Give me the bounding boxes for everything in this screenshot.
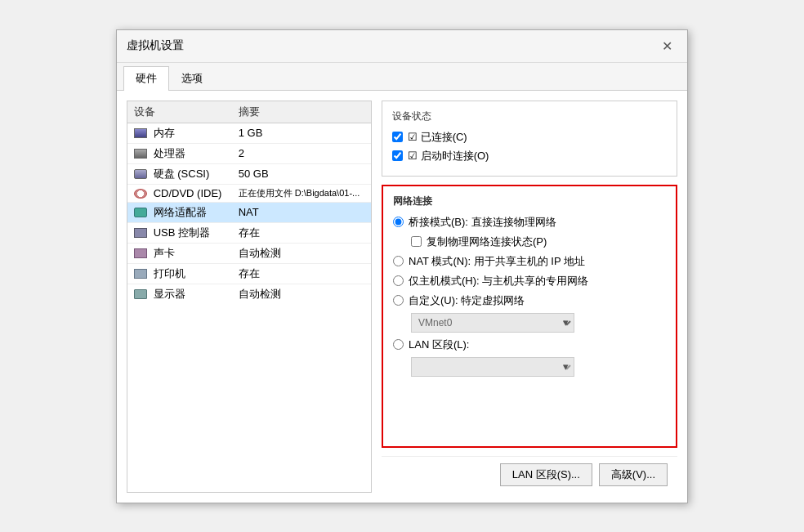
replicate-label: 复制物理网络连接状态(P) xyxy=(427,235,547,249)
device-status-label: 设备状态 xyxy=(392,110,667,123)
bridge-mode-row: 桥接模式(B): 直接连接物理网络 xyxy=(393,215,666,230)
title-bar: 虚拟机设置 ✕ xyxy=(117,30,687,63)
lan-select[interactable] xyxy=(411,357,574,377)
tab-options[interactable]: 选项 xyxy=(169,66,215,90)
device-summary: 正在使用文件 D:\Bigdata\01-... xyxy=(232,184,371,202)
startup-label: ☑ 启动时连接(O) xyxy=(408,149,489,163)
device-name: USB 控制器 xyxy=(154,226,210,239)
vmnet-select[interactable]: VMnet0 xyxy=(411,313,574,333)
device-summary: 存在 xyxy=(232,222,371,243)
table-row[interactable]: USB 控制器 存在 xyxy=(127,222,371,243)
custom-label: 自定义(U): 特定虚拟网络 xyxy=(409,293,525,308)
right-panel: 设备状态 ☑ 已连接(C) ☑ 启动时连接(O) 网络连接 xyxy=(382,101,677,493)
device-name: 硬盘 (SCSI) xyxy=(154,168,210,180)
table-row[interactable]: 打印机 存在 xyxy=(127,263,371,284)
col-device-header: 设备 xyxy=(127,101,232,123)
device-name: CD/DVD (IDE) xyxy=(154,187,222,199)
lan-label: LAN 区段(L): xyxy=(409,338,469,352)
col-summary-header: 摘要 xyxy=(232,101,371,123)
device-table: 设备 摘要 内存 1 GB 处理器 xyxy=(127,101,371,304)
device-summary: 自动检测 xyxy=(232,243,371,263)
device-summary: 2 xyxy=(232,143,371,163)
network-icon xyxy=(134,208,147,217)
device-name: 网络适配器 xyxy=(154,206,207,218)
host-mode-row: 仅主机模式(H): 与主机共享的专用网络 xyxy=(393,274,666,288)
table-row[interactable]: 显示器 自动检测 xyxy=(127,284,371,304)
advanced-button[interactable]: 高级(V)... xyxy=(599,463,668,486)
lan-section-button[interactable]: LAN 区段(S)... xyxy=(500,463,592,486)
table-row[interactable]: 网络适配器 NAT xyxy=(127,202,371,222)
table-row[interactable]: 声卡 自动检测 xyxy=(127,243,371,263)
dialog: 虚拟机设置 ✕ 硬件 选项 设备 摘要 内存 xyxy=(116,29,688,503)
device-name: 处理器 xyxy=(154,147,185,159)
device-status-section: 设备状态 ☑ 已连接(C) ☑ 启动时连接(O) xyxy=(382,101,677,177)
bridge-label: 桥接模式(B): 直接连接物理网络 xyxy=(409,215,556,230)
footer-buttons: LAN 区段(S)... 高级(V)... xyxy=(382,456,677,493)
custom-radio[interactable] xyxy=(393,295,404,306)
device-summary: NAT xyxy=(232,202,371,222)
device-summary: 存在 xyxy=(232,263,371,284)
tab-hardware[interactable]: 硬件 xyxy=(123,66,169,91)
tab-bar: 硬件 选项 xyxy=(117,63,687,91)
nat-mode-row: NAT 模式(N): 用于共享主机的 IP 地址 xyxy=(393,254,666,269)
custom-mode-row: 自定义(U): 特定虚拟网络 xyxy=(393,293,666,308)
device-list-panel: 设备 摘要 内存 1 GB 处理器 xyxy=(127,101,372,493)
display-icon xyxy=(134,289,147,299)
sound-icon xyxy=(134,248,147,258)
dialog-title: 虚拟机设置 xyxy=(127,38,184,53)
dvd-icon xyxy=(134,189,147,199)
network-connection-section: 网络连接 桥接模式(B): 直接连接物理网络 复制物理网络连接状态(P) NAT… xyxy=(382,185,677,448)
close-button[interactable]: ✕ xyxy=(657,37,677,56)
lan-radio-row: LAN 区段(L): xyxy=(393,338,666,352)
replicate-checkbox[interactable] xyxy=(411,236,422,247)
lan-radio[interactable] xyxy=(393,339,404,350)
host-radio[interactable] xyxy=(393,275,404,286)
nat-radio[interactable] xyxy=(393,256,404,266)
memory-icon xyxy=(134,128,147,138)
device-name: 声卡 xyxy=(154,247,175,259)
host-label: 仅主机模式(H): 与主机共享的专用网络 xyxy=(409,274,588,288)
lan-select-row: ▾ xyxy=(411,357,666,377)
vmnet-row: VMnet0 ▾ xyxy=(411,313,666,333)
device-name: 内存 xyxy=(154,127,175,139)
bridge-radio[interactable] xyxy=(393,217,404,227)
table-row[interactable]: 处理器 2 xyxy=(127,143,371,163)
connected-row: ☑ 已连接(C) xyxy=(392,130,667,145)
replicate-row: 复制物理网络连接状态(P) xyxy=(411,235,666,249)
cpu-icon xyxy=(134,149,147,159)
table-row[interactable]: CD/DVD (IDE) 正在使用文件 D:\Bigdata\01-... xyxy=(127,184,371,202)
device-name: 打印机 xyxy=(154,267,185,279)
startup-checkbox[interactable] xyxy=(392,150,403,161)
printer-icon xyxy=(134,269,147,279)
usb-icon xyxy=(134,228,147,238)
table-row[interactable]: 内存 1 GB xyxy=(127,123,371,143)
startup-row: ☑ 启动时连接(O) xyxy=(392,149,667,163)
device-summary: 自动检测 xyxy=(232,284,371,304)
hdd-icon xyxy=(134,169,147,179)
connected-checkbox[interactable] xyxy=(392,132,403,142)
device-summary: 50 GB xyxy=(232,163,371,184)
connected-label: ☑ 已连接(C) xyxy=(408,130,467,145)
device-name: 显示器 xyxy=(154,288,185,300)
nat-label: NAT 模式(N): 用于共享主机的 IP 地址 xyxy=(409,254,585,269)
table-row[interactable]: 硬盘 (SCSI) 50 GB xyxy=(127,163,371,184)
device-summary: 1 GB xyxy=(232,123,371,143)
content-area: 设备 摘要 内存 1 GB 处理器 xyxy=(117,91,687,503)
network-connection-label: 网络连接 xyxy=(393,194,666,208)
